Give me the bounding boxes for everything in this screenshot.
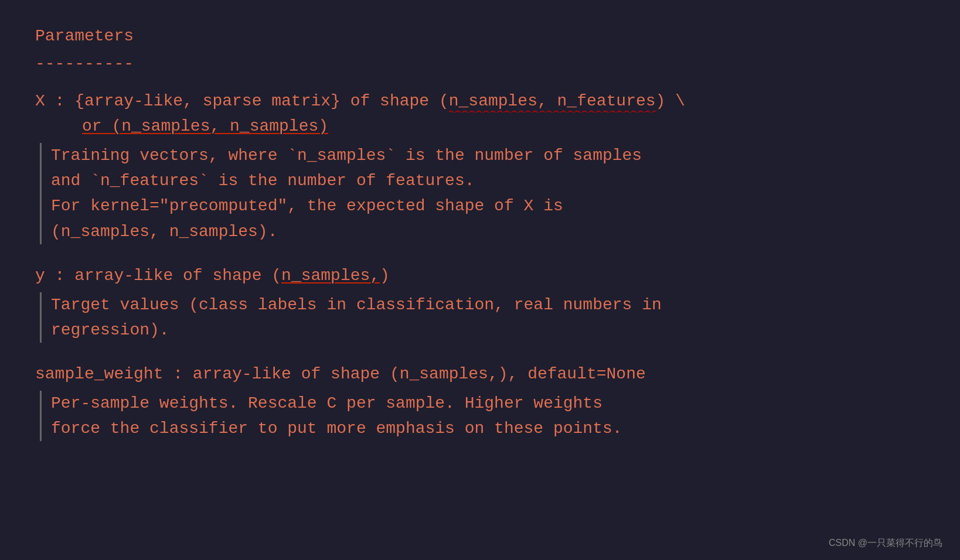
section-title: Parameters <box>35 27 134 45</box>
x-desc-line-1: Training vectors, where `n_samples` is t… <box>51 143 925 168</box>
code-block: Parameters ---------- X : {array-like, s… <box>35 23 925 441</box>
param-x-desc-wrapper: Training vectors, where `n_samples` is t… <box>35 143 925 245</box>
divider: ---------- <box>35 51 925 76</box>
x-continuation-underline: or (n_samples, n_samples) <box>82 117 328 135</box>
x-type-highlight: n_samples, n_features <box>449 92 656 110</box>
sw-left-bar <box>40 391 42 442</box>
x-desc-line-3: For kernel="precomputed", the expected s… <box>51 193 925 218</box>
watermark-text: CSDN @一只菜得不行的鸟 <box>829 538 942 548</box>
x-desc-line-4: (n_samples, n_samples). <box>51 219 925 244</box>
main-container: Parameters ---------- X : {array-like, s… <box>0 0 960 560</box>
watermark: CSDN @一只菜得不行的鸟 <box>829 537 942 549</box>
param-y-desc-wrapper: Target values (class labels in classific… <box>35 292 925 343</box>
y-desc-line-2: regression). <box>51 317 925 343</box>
param-x-name-line: X : {array-like, sparse matrix} of shape… <box>35 88 925 114</box>
sw-desc-line-2: force the classifier to put more emphasi… <box>51 416 925 441</box>
param-sw-desc-wrapper: Per-sample weights. Rescale C per sample… <box>35 391 925 442</box>
param-sw-body: Per-sample weights. Rescale C per sample… <box>51 391 925 442</box>
param-x-body: Training vectors, where `n_samples` is t… <box>51 143 925 245</box>
param-y-name-line: y : array-like of shape (n_samples,) <box>35 263 925 288</box>
param-x-continuation: or (n_samples, n_samples) <box>82 114 925 139</box>
param-sw-name-line: sample_weight : array-like of shape (n_s… <box>35 361 925 387</box>
param-y-body: Target values (class labels in classific… <box>51 292 925 343</box>
param-y-name: y : array-like of shape (n_samples,) <box>35 263 390 288</box>
param-x-section: X : {array-like, sparse matrix} of shape… <box>35 88 925 244</box>
sw-desc-line-1: Per-sample weights. Rescale C per sample… <box>51 391 925 416</box>
y-type-highlight: n_samples, <box>281 267 380 285</box>
param-y-section: y : array-like of shape (n_samples,) Tar… <box>35 263 925 343</box>
x-desc-line-2: and `n_features` is the number of featur… <box>51 168 925 193</box>
section-header: Parameters <box>35 23 925 49</box>
param-sw-name: sample_weight : array-like of shape (n_s… <box>35 361 646 387</box>
param-x-name: X : {array-like, sparse matrix} of shape… <box>35 88 685 114</box>
param-sw-section: sample_weight : array-like of shape (n_s… <box>35 361 925 441</box>
y-desc-line-1: Target values (class labels in classific… <box>51 292 925 317</box>
y-left-bar <box>40 292 42 343</box>
x-left-bar <box>40 143 42 245</box>
